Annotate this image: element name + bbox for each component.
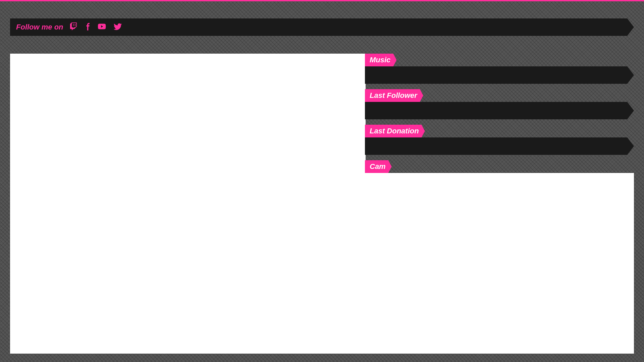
cam-widget: Cam <box>365 160 634 354</box>
music-label: Music <box>365 54 396 66</box>
facebook-icon[interactable] <box>83 22 92 33</box>
last-follower-content <box>365 102 634 119</box>
follow-text: Follow me on <box>16 23 63 32</box>
social-icons <box>69 22 122 33</box>
music-widget: Music <box>365 54 634 84</box>
youtube-icon[interactable] <box>97 22 108 33</box>
last-donation-widget: Last Donation <box>365 125 634 155</box>
main-content-area <box>10 54 366 354</box>
last-follower-widget: Last Follower <box>365 89 634 119</box>
social-bar: Follow me on <box>10 18 634 36</box>
last-follower-label: Last Follower <box>365 89 423 102</box>
twitter-icon[interactable] <box>113 22 122 33</box>
right-panel: Music Last Follower Last Donation Cam <box>365 54 634 354</box>
cam-content <box>365 173 634 354</box>
music-content <box>365 66 634 84</box>
last-donation-content <box>365 137 634 155</box>
cam-label: Cam <box>365 160 392 173</box>
last-donation-label: Last Donation <box>365 125 425 137</box>
top-border <box>0 0 644 1</box>
twitch-icon[interactable] <box>69 22 78 33</box>
